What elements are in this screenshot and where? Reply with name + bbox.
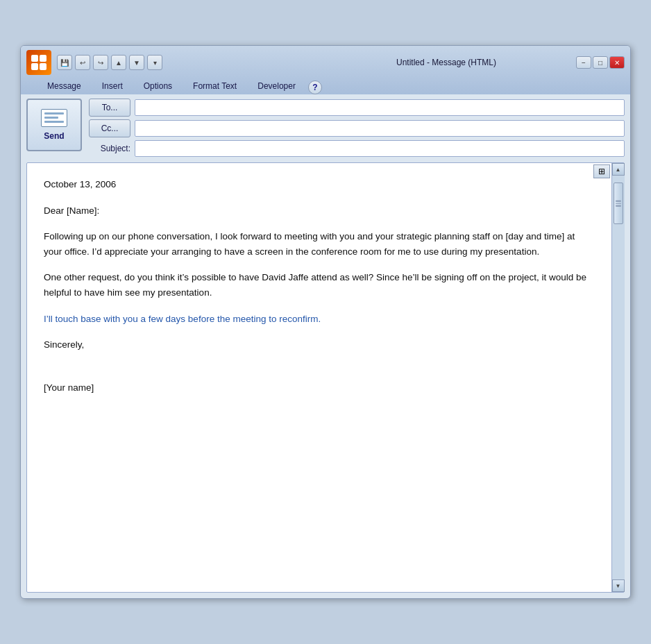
maximize-button[interactable]: □	[593, 56, 608, 69]
tab-developer[interactable]: Developer	[248, 78, 305, 94]
close-button[interactable]: ✕	[609, 56, 625, 69]
quick-access-toolbar: 💾 ↩ ↪ ▲ ▼ ▾	[57, 55, 316, 70]
tab-format-text[interactable]: Format Text	[183, 78, 246, 94]
undo-button[interactable]: ↩	[75, 55, 90, 70]
compose-form: Send To... Cc... Subject:	[21, 94, 630, 162]
cc-row: Cc...	[89, 119, 625, 137]
to-input[interactable]	[135, 99, 625, 116]
to-row: To...	[89, 99, 625, 117]
up-button[interactable]: ▲	[111, 55, 126, 70]
save-button[interactable]: 💾	[57, 55, 72, 70]
tab-options[interactable]: Options	[134, 78, 182, 94]
scroll-up-button[interactable]: ▲	[612, 163, 625, 176]
cc-button[interactable]: Cc...	[89, 119, 130, 137]
form-fields: To... Cc... Subject:	[89, 99, 625, 160]
email-body[interactable]: October 13, 2006 Dear [Name]: Following …	[27, 163, 611, 592]
title-bar: 💾 ↩ ↪ ▲ ▼ ▾ Untitled - Message (HTML) − …	[21, 46, 630, 94]
help-button[interactable]: ?	[308, 80, 322, 94]
cc-input[interactable]	[135, 120, 625, 137]
email-body-area: ⊞ October 13, 2006 Dear [Name]: Followin…	[26, 162, 625, 593]
to-button[interactable]: To...	[89, 99, 130, 117]
email-signature: [Your name]	[44, 380, 595, 396]
subject-row: Subject:	[89, 140, 625, 157]
scrollbar: ▲ ▼	[611, 163, 624, 592]
outlook-window: 💾 ↩ ↪ ▲ ▼ ▾ Untitled - Message (HTML) − …	[20, 45, 631, 599]
subject-label: Subject:	[89, 144, 130, 153]
ribbon-tabs: Message Insert Options Format Text Devel…	[32, 78, 328, 94]
dropdown-button[interactable]: ▾	[147, 55, 162, 70]
email-date: October 13, 2006	[44, 177, 595, 192]
down-button[interactable]: ▼	[129, 55, 144, 70]
minimize-button[interactable]: −	[576, 56, 591, 69]
tab-insert[interactable]: Insert	[92, 78, 133, 94]
email-paragraph2: One other request, do you think it’s pos…	[44, 270, 595, 300]
scroll-track[interactable]	[612, 176, 625, 579]
email-paragraph3: I’ll touch base with you a few days befo…	[44, 312, 595, 327]
subject-input[interactable]	[135, 140, 625, 157]
email-greeting: Dear [Name]:	[44, 203, 595, 219]
scroll-thumb[interactable]	[614, 183, 623, 224]
redo-button[interactable]: ↪	[93, 55, 108, 70]
send-icon	[41, 109, 67, 128]
scroll-down-button[interactable]: ▼	[612, 579, 625, 592]
tab-message[interactable]: Message	[37, 78, 91, 94]
office-logo	[26, 50, 51, 75]
send-button[interactable]: Send	[26, 99, 82, 151]
email-closing: Sincerely,	[44, 337, 595, 353]
send-label: Send	[44, 131, 64, 141]
window-controls: − □ ✕	[576, 56, 625, 69]
window-title: Untitled - Message (HTML)	[316, 58, 576, 67]
email-paragraph1: Following up on our phone conversation, …	[44, 229, 595, 259]
format-icon[interactable]: ⊞	[593, 164, 610, 178]
